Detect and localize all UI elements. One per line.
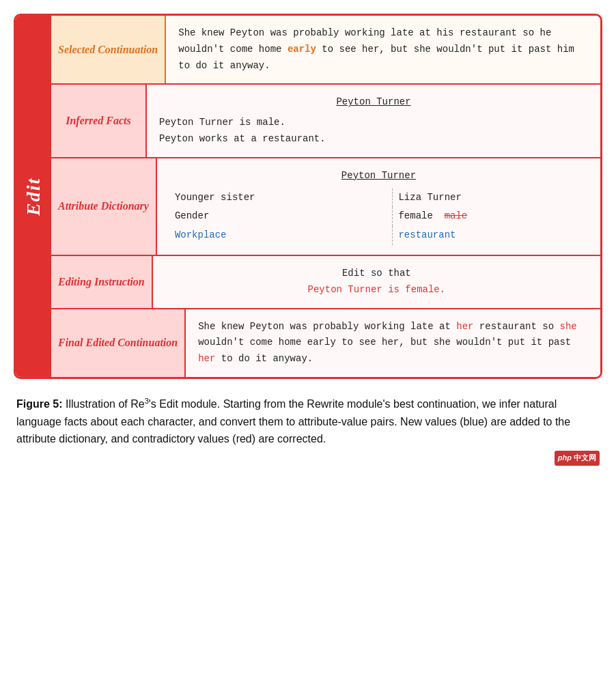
selected-continuation-row: Selected Continuation She knew Peyton wa… (51, 16, 600, 85)
final-she: she (559, 321, 576, 332)
editing-instruction-content: Edit so that Peyton Turner is female. (153, 256, 600, 308)
strikethrough-male: male (445, 210, 468, 221)
final-her-2: her (198, 353, 215, 364)
final-her-1: her (456, 321, 473, 332)
highlight-early: early (288, 44, 316, 55)
attr-key-younger-sister: Younger sister (169, 188, 393, 208)
attr-val-gender: female male (393, 207, 588, 226)
edit-label: Edit (16, 16, 51, 377)
inferred-facts-person: Peyton Turner (159, 94, 588, 111)
attr-val-workplace: restaurant (393, 226, 588, 245)
watermark-badge: php 中文网 (555, 451, 600, 466)
table-row: Workplace restaurant (169, 226, 588, 245)
inferred-facts-content: Peyton Turner Peyton Turner is male. Pey… (147, 85, 600, 156)
figure-label: Figure 5: (16, 398, 63, 410)
edit-prefix: Edit so that (165, 266, 588, 282)
final-edited-row: Final Edited Continuation She knew Peyto… (51, 309, 600, 377)
attr-val-younger-sister: Liza Turner (393, 188, 588, 208)
main-diagram: Edit Selected Continuation She knew Peyt… (14, 14, 602, 379)
editing-instruction-row: Editing Instruction Edit so that Peyton … (51, 256, 600, 309)
attribute-dict-content: Peyton Turner Younger sister Liza Turner… (157, 158, 600, 255)
selected-continuation-label: Selected Continuation (51, 16, 166, 83)
inferred-facts-row: Inferred Facts Peyton Turner Peyton Turn… (51, 85, 600, 158)
attr-key-workplace: Workplace (169, 226, 393, 245)
edit-instruction-text: Peyton Turner is female. (165, 282, 588, 298)
attribute-dict-label: Attribute Dictionary (51, 158, 157, 255)
inferred-facts-label: Inferred Facts (51, 85, 147, 156)
caption: Figure 5: Illustration of Re3's Edit mod… (14, 395, 602, 466)
final-edited-label: Final Edited Continuation (51, 309, 186, 377)
selected-continuation-content: She knew Peyton was probably working lat… (166, 16, 600, 83)
inferred-fact-2: Peyton works at a restaurant. (159, 131, 588, 148)
attr-key-gender: Gender (169, 207, 393, 226)
caption-text-1: Illustration of Re (63, 398, 145, 410)
rows-container: Selected Continuation She knew Peyton wa… (51, 16, 600, 377)
final-edited-content: She knew Peyton was probably working lat… (186, 309, 600, 377)
editing-instruction-label: Editing Instruction (51, 256, 153, 308)
table-row: Younger sister Liza Turner (169, 188, 588, 208)
attr-dict-person: Peyton Turner (169, 168, 588, 184)
attribute-dict-row: Attribute Dictionary Peyton Turner Young… (51, 158, 600, 256)
table-row: Gender female male (169, 207, 588, 226)
inferred-fact-1: Peyton Turner is male. (159, 115, 588, 131)
attr-table: Younger sister Liza Turner Gender female… (169, 188, 588, 245)
